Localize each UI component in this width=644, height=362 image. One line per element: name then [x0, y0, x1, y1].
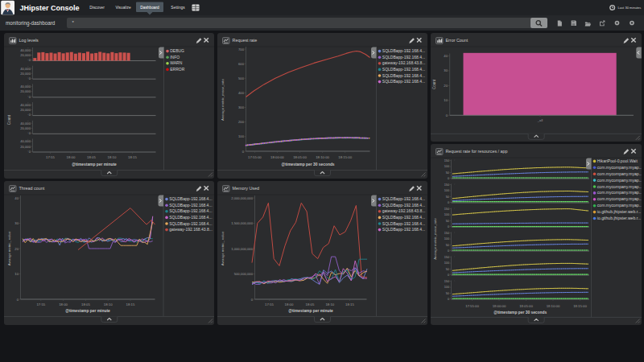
svg-text:18:10: 18:10	[103, 302, 112, 306]
svg-text:50: 50	[445, 268, 448, 271]
svg-text:50: 50	[445, 220, 448, 223]
svg-text:100: 100	[238, 134, 245, 138]
svg-text:1,000,000,000: 1,000,000,000	[231, 247, 253, 251]
svg-text:DEBUG: DEBUG	[170, 48, 184, 53]
svg-text:Log levels: Log levels	[19, 38, 39, 43]
svg-text:SQLDBapp-192.168.4...: SQLDBapp-192.168.4...	[169, 208, 212, 213]
svg-text:0: 0	[28, 131, 31, 135]
svg-text:com.mycompany.myap...: com.mycompany.myap...	[597, 196, 641, 201]
svg-text:SQLDBapp-192.168.4...: SQLDBapp-192.168.4...	[382, 55, 424, 60]
svg-text:HikariPool-0.pool.Wait: HikariPool-0.pool.Wait	[597, 158, 638, 163]
svg-text:700: 700	[238, 47, 245, 51]
svg-text:0: 0	[447, 298, 448, 301]
svg-text:500,000,000: 500,000,000	[233, 272, 253, 276]
svg-text:com.mycompany.myap...: com.mycompany.myap...	[597, 165, 641, 170]
svg-text:Request rate for resources / a: Request rate for resources / app	[445, 149, 507, 154]
svg-text:0: 0	[447, 274, 448, 277]
svg-text:Visualize: Visualize	[115, 6, 130, 10]
svg-text:SQLDBapp-192.168.4...: SQLDBapp-192.168.4...	[382, 196, 424, 201]
svg-text:40,000: 40,000	[20, 48, 31, 52]
svg-text:com.mycompany.myap...: com.mycompany.myap...	[597, 178, 641, 183]
svg-text:0: 0	[447, 201, 448, 204]
svg-text:20,000: 20,000	[20, 72, 31, 76]
svg-text:SQLDBapp-192.168.4...: SQLDBapp-192.168.4...	[382, 79, 424, 84]
svg-text:20,000: 20,000	[20, 126, 31, 130]
svg-text:18:05: 18:05	[305, 302, 314, 306]
svg-text:20,000: 20,000	[20, 89, 31, 93]
svg-text:Last 30 minutes: Last 30 minutes	[618, 6, 642, 10]
svg-text:18:15: 18:15	[345, 302, 354, 306]
svg-text:SQLDBapp-192.168.4...: SQLDBapp-192.168.4...	[382, 215, 424, 220]
svg-text:gateway-192.168.43.8...: gateway-192.168.43.8...	[169, 227, 213, 232]
svg-text:50: 50	[445, 292, 448, 295]
svg-text:40: 40	[444, 54, 448, 58]
svg-text:18:00: 18:00	[284, 302, 293, 306]
svg-text:17:55:00: 17:55:00	[465, 304, 479, 308]
svg-text:1,500,000,000: 1,500,000,000	[231, 221, 253, 225]
svg-text:Average metric_mean_rate: Average metric_mean_rate	[221, 79, 225, 121]
svg-text:Thread count: Thread count	[19, 186, 44, 191]
svg-text:SQLDBapp-192.168.4...: SQLDBapp-192.168.4...	[169, 203, 212, 208]
svg-text:Average metric_ value: Average metric_ value	[6, 231, 10, 265]
svg-text:io.github.jhipster.web.r...: io.github.jhipster.web.r...	[597, 209, 640, 214]
svg-text:ERROR: ERROR	[170, 67, 184, 72]
svg-text:18:10:00: 18:10:00	[546, 304, 559, 308]
svg-text:200: 200	[238, 120, 245, 124]
svg-text:Count: Count	[432, 79, 436, 89]
svg-text:@timestamp per 30 seconds: @timestamp per 30 seconds	[281, 162, 334, 167]
svg-text:18:05: 18:05	[87, 155, 96, 159]
svg-text:18:15: 18:15	[128, 155, 137, 159]
svg-text:600: 600	[238, 62, 245, 66]
svg-text:40: 40	[14, 196, 19, 200]
svg-text:SQLDBapp-192.168.4...: SQLDBapp-192.168.4...	[382, 221, 424, 226]
svg-text:@timestamp per 30 seconds: @timestamp per 30 seconds	[493, 311, 547, 315]
svg-text:50: 50	[445, 244, 448, 247]
svg-text:Request rate: Request rate	[232, 38, 257, 43]
svg-text:JHipster Console: JHipster Console	[20, 4, 80, 12]
svg-text:com.mycompany.myap...: com.mycompany.myap...	[597, 191, 641, 195]
svg-text:gateway-192.168.43.8...: gateway-192.168.43.8...	[382, 60, 425, 65]
svg-text:Memory Used: Memory Used	[232, 186, 259, 191]
svg-text:SQLDBapp-192.168.4...: SQLDBapp-192.168.4...	[382, 48, 424, 53]
svg-text:Discover: Discover	[89, 6, 105, 10]
svg-text:400: 400	[238, 91, 245, 95]
svg-text:17:55: 17:55	[46, 155, 55, 159]
svg-text:300: 300	[238, 105, 245, 109]
svg-text:18:05:00: 18:05:00	[293, 155, 307, 159]
svg-text:150: 150	[444, 232, 448, 235]
svg-text:2,000,000,000: 2,000,000,000	[231, 196, 253, 200]
svg-text:@timestamp per minute: @timestamp per minute	[65, 309, 110, 313]
svg-text:monitoring-dashboard: monitoring-dashboard	[6, 20, 56, 27]
svg-text:0: 0	[28, 113, 31, 117]
svg-text:50: 50	[445, 195, 448, 199]
svg-text:17:55:00: 17:55:00	[248, 155, 262, 159]
svg-text:100: 100	[444, 237, 448, 241]
svg-text:com.mycompany.myap...: com.mycompany.myap...	[597, 184, 641, 189]
svg-text:0: 0	[28, 76, 31, 80]
svg-text:@timestamp per minute: @timestamp per minute	[72, 162, 117, 167]
svg-text:Settings: Settings	[171, 6, 185, 10]
svg-text:18:00: 18:00	[59, 302, 68, 306]
svg-text:100: 100	[444, 189, 448, 192]
svg-text:18:10:00: 18:10:00	[316, 155, 329, 159]
svg-text:40,000: 40,000	[20, 139, 31, 143]
svg-text:40,000: 40,000	[20, 67, 31, 71]
svg-text:gateway-192.168.43.8...: gateway-192.168.43.8...	[382, 208, 425, 213]
svg-text:SQLDBapp-192.168.4...: SQLDBapp-192.168.4...	[169, 221, 212, 226]
svg-text:Count: Count	[7, 114, 11, 125]
svg-text:20,000: 20,000	[20, 53, 31, 57]
svg-text:0: 0	[447, 225, 448, 228]
svg-text:500: 500	[238, 76, 245, 80]
svg-text:0: 0	[28, 58, 31, 62]
svg-text:io.github.jhipster.web.r...: io.github.jhipster.web.r...	[597, 216, 640, 220]
svg-text:18:05: 18:05	[81, 302, 90, 306]
svg-text:0: 0	[28, 95, 31, 99]
svg-text:150: 150	[444, 159, 448, 162]
svg-text:100: 100	[444, 286, 448, 289]
svg-text:100: 100	[444, 165, 448, 168]
svg-text:INFO: INFO	[170, 55, 180, 60]
svg-text:18:05:00: 18:05:00	[519, 304, 533, 308]
svg-text:18:15: 18:15	[126, 302, 134, 306]
svg-text:SQLDBapp-192.168.4...: SQLDBapp-192.168.4...	[169, 196, 212, 201]
svg-text:20: 20	[14, 247, 19, 251]
